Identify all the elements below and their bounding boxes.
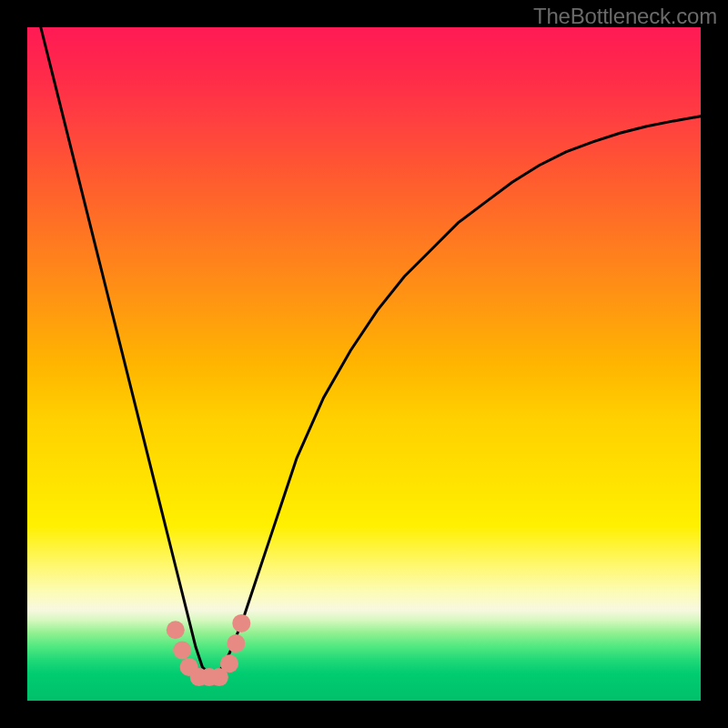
curve-marker [232,614,250,632]
curve-marker [167,621,185,639]
curve-svg [27,27,701,701]
chart-frame: TheBottleneck.com [0,0,728,728]
bottleneck-curve [41,27,701,673]
plot-area [27,27,701,701]
attribution-text: TheBottleneck.com [533,4,717,29]
curve-marker [173,642,191,660]
curve-marker [227,634,245,652]
curve-marker [220,654,238,672]
marker-group [167,614,250,686]
